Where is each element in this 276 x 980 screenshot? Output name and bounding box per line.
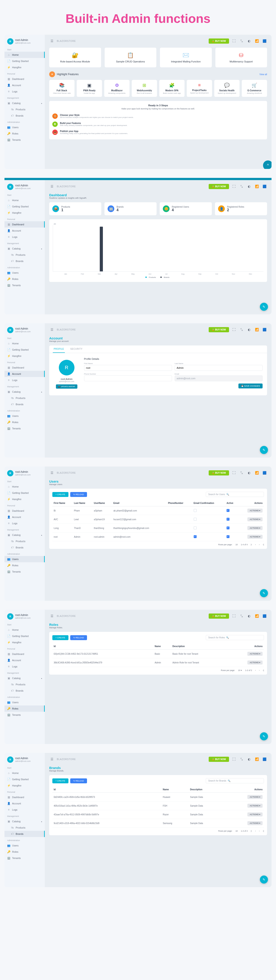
sidebar-item-hangfire[interactable]: ⚡Hangfire (5, 353, 45, 359)
page-last-icon[interactable]: ›| (263, 830, 264, 832)
checkbox[interactable] (194, 535, 197, 538)
sidebar-item-products[interactable]: 🛍Products (5, 824, 45, 831)
checkbox[interactable] (227, 535, 230, 538)
sidebar-item-account[interactable]: 👤Account (5, 657, 45, 663)
last-name-input[interactable] (174, 365, 263, 371)
sidebar-item-hangfire[interactable]: ⚡Hangfire (5, 210, 45, 216)
sidebar-item-brands[interactable]: 🏷Brands (5, 401, 45, 407)
sidebar-item-users[interactable]: 👥Users (5, 699, 45, 705)
sidebar-item-roles[interactable]: 🔑Roles (5, 276, 45, 282)
sidebar-item-home[interactable]: ⌂Home (5, 197, 45, 204)
wifi-icon[interactable]: 📶 (254, 38, 259, 44)
notification-icon[interactable]: 🟦 (262, 184, 267, 189)
sidebar-user[interactable]: R root Adminadmin@root.com (5, 755, 45, 765)
sidebar-item-users[interactable]: 👥Users (5, 842, 45, 849)
wifi-icon[interactable]: 📶 (254, 756, 259, 762)
sidebar-item-tenants[interactable]: 🏢Tenants (5, 425, 45, 431)
search-input[interactable]: Search for Roles🔍 (206, 635, 264, 640)
page-prev-icon[interactable]: ‹ (255, 544, 256, 546)
sidebar-item-catalog[interactable]: ▣Catalog▴ (5, 818, 45, 824)
phone-input[interactable] (84, 375, 172, 381)
buy-now-button[interactable]: 🔒 BUY NOW (209, 327, 229, 332)
first-name-input[interactable] (84, 365, 172, 371)
sidebar-item-account[interactable]: 👤Account (5, 82, 45, 88)
sidebar-item-brands[interactable]: 🏷Brands (5, 258, 45, 264)
sidebar-item-tenants[interactable]: 🏢Tenants (5, 855, 45, 861)
edit-fab[interactable]: ✎ (260, 589, 268, 597)
edit-fab[interactable]: ✎ (260, 732, 268, 740)
sidebar-item-products[interactable]: 🛍Products (5, 538, 45, 544)
sidebar-item-hangfire[interactable]: ⚡Hangfire (5, 496, 45, 502)
sidebar-item-logs[interactable]: ≡Logs (5, 377, 45, 383)
fullscreen-icon[interactable]: ⛶ (231, 470, 236, 476)
page-next-icon[interactable]: › (259, 544, 260, 546)
sidebar-item-products[interactable]: 🛍Products (5, 395, 45, 401)
checkbox[interactable] (227, 509, 230, 512)
page-first-icon[interactable]: |‹ (251, 544, 252, 546)
sidebar-item-products[interactable]: 🛍Products (5, 681, 45, 687)
sidebar-item-users[interactable]: 👥Users (5, 124, 45, 130)
translate-icon[interactable]: ᵀₐ (239, 470, 244, 476)
highlight-card[interactable]: 🧩Modern SPABuild modern web app (159, 80, 184, 97)
sidebar-item-users[interactable]: 👥Users (5, 556, 45, 562)
theme-icon[interactable]: ◐ (246, 327, 252, 332)
sidebar-item-roles[interactable]: 🔑Roles (5, 130, 45, 137)
wifi-icon[interactable]: 📶 (254, 613, 259, 619)
buy-now-button[interactable]: 🔒 BUY NOW (209, 614, 229, 619)
translate-icon[interactable]: ᵀₐ (239, 756, 244, 762)
highlight-card[interactable]: ⊞WebAssemblyRun in all browsers (132, 80, 157, 97)
view-all-link[interactable]: View all (259, 73, 267, 76)
create-button[interactable]: + CREATE (52, 492, 68, 497)
wifi-icon[interactable]: 📶 (254, 327, 259, 332)
menu-icon[interactable]: ☰ (49, 184, 55, 189)
actions-button[interactable]: ACTIONS ▾ (247, 526, 263, 530)
buy-now-button[interactable]: 🔒 BUY NOW (209, 757, 229, 762)
reload-button[interactable]: ↻ RELOAD (70, 635, 87, 640)
sidebar-item-roles[interactable]: 🔑Roles (5, 849, 45, 855)
sidebar-item-brands[interactable]: 🏷Brands (5, 113, 45, 119)
translate-icon[interactable]: ᵀₐ (239, 184, 244, 189)
sidebar-item-getting[interactable]: 📄Getting Started (5, 633, 45, 639)
sidebar-item-roles[interactable]: 🔑Roles (5, 562, 45, 568)
actions-button[interactable]: ACTIONS ▾ (247, 535, 263, 539)
sidebar-item-logs[interactable]: ≡Logs (5, 663, 45, 670)
scroll-top-button[interactable]: ^ (263, 161, 271, 169)
sidebar-item-account[interactable]: 👤Account (5, 800, 45, 807)
update-avatar-button[interactable]: 📷 UPDATE AVATAR (56, 384, 78, 389)
buy-now-button[interactable]: 🔒 BUY NOW (209, 184, 229, 189)
sidebar-item-catalog[interactable]: ▣Catalog▴ (5, 532, 45, 538)
highlight-card[interactable]: 📚Full StackClient And Server side (49, 80, 75, 97)
sidebar-item-products[interactable]: 🛍Products (5, 106, 45, 113)
tab-security[interactable]: SECURITY (69, 345, 83, 353)
highlight-card[interactable]: ⚙MudBlazorAmazing components (104, 80, 130, 97)
sidebar-item-catalog[interactable]: ▣Catalog▴ (5, 100, 45, 106)
menu-icon[interactable]: ☰ (49, 756, 55, 762)
page-prev-icon[interactable]: ‹ (255, 669, 256, 671)
menu-icon[interactable]: ☰ (49, 327, 55, 332)
sidebar-item-brands[interactable]: 🏷Brands (5, 831, 45, 837)
edit-fab[interactable]: ✎ (260, 446, 268, 454)
notification-icon[interactable]: 🟦 (262, 327, 267, 332)
fullscreen-icon[interactable]: ⛶ (231, 756, 236, 762)
checkbox[interactable] (227, 527, 230, 530)
actions-button[interactable]: ACTIONS ▾ (247, 509, 263, 512)
sidebar-item-users[interactable]: 👥Users (5, 270, 45, 276)
page-prev-icon[interactable]: ‹ (255, 830, 256, 832)
sidebar-user[interactable]: R root Adminadmin@root.com (5, 611, 45, 621)
sidebar-item-roles[interactable]: 🔑Roles (5, 705, 45, 712)
sidebar-item-dashboard[interactable]: ▦Dashboard (5, 364, 45, 371)
sidebar-user[interactable]: R root Adminadmin@root.com (5, 182, 45, 192)
checkbox[interactable] (227, 518, 230, 521)
buy-now-button[interactable]: 🔒 BUY NOW (209, 38, 229, 44)
reload-button[interactable]: ↻ RELOAD (70, 492, 87, 497)
sidebar-item-catalog[interactable]: ▣Catalog▴ (5, 389, 45, 395)
sidebar-item-catalog[interactable]: ▣Catalog▴ (5, 675, 45, 681)
sidebar-item-dashboard[interactable]: ▦Dashboard (5, 76, 45, 82)
search-input[interactable]: Search for Brands🔍 (206, 778, 264, 783)
sidebar-item-account[interactable]: 👤Account (5, 228, 45, 234)
page-last-icon[interactable]: ›| (263, 544, 264, 546)
page-last-icon[interactable]: ›| (263, 669, 264, 671)
theme-icon[interactable]: ◐ (246, 470, 252, 476)
feature-card[interactable]: 📋Sample CRUD Operations (105, 48, 157, 67)
page-next-icon[interactable]: › (259, 830, 260, 832)
